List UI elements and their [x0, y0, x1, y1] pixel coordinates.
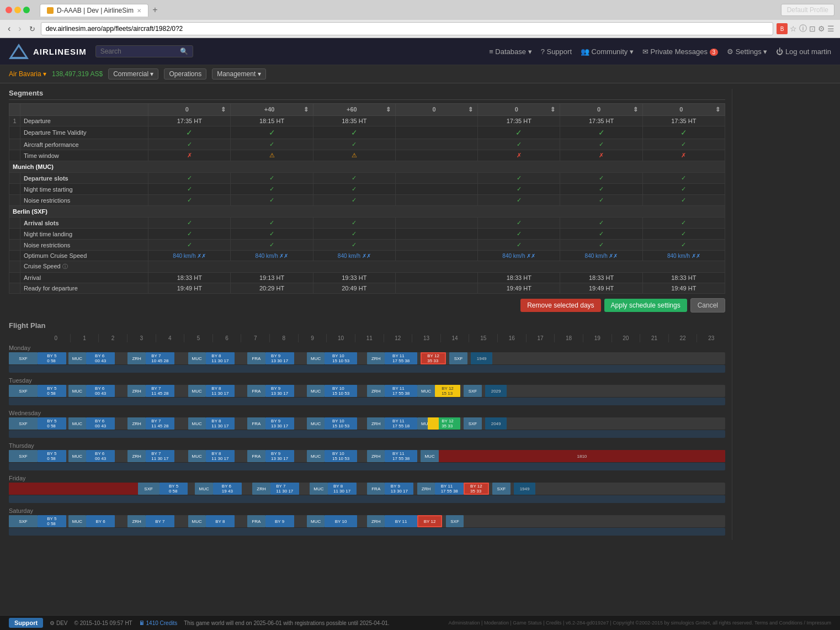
col-offset-60[interactable]: +60 ⇕: [313, 104, 395, 116]
nav-messages[interactable]: ✉ Private Messages 3: [642, 47, 718, 56]
apply-schedule-settings-btn[interactable]: Apply schedule settings: [604, 299, 687, 312]
menu-icon[interactable]: ☰: [827, 24, 834, 33]
info-icon[interactable]: ⓘ: [799, 24, 807, 34]
address-input[interactable]: [41, 22, 773, 35]
flight-block-muc2-sat[interactable]: MUC: [188, 515, 206, 527]
flight-block-sxf-sat[interactable]: SXF: [9, 515, 38, 527]
flight-block-sxf2-mon[interactable]: SXF: [449, 352, 467, 364]
search-input[interactable]: [100, 47, 178, 55]
flight-block-muc2-tue[interactable]: MUC: [188, 385, 206, 397]
flight-block-by10-sat[interactable]: BY 10: [325, 515, 357, 527]
flight-block-by8-wed[interactable]: BY 811 30 17: [206, 417, 235, 430]
cell[interactable]: 840 km/h ✗✗: [642, 251, 725, 261]
flight-block-by5-wed[interactable]: BY 50 58: [38, 417, 66, 430]
flight-block-by11-fri[interactable]: BY 1117 55 38: [435, 483, 464, 495]
flight-block-by12-wed[interactable]: BY 1235 33: [435, 417, 460, 430]
active-tab[interactable]: D-AAAB | Dev | AirlineSim ✕: [40, 4, 148, 17]
flight-block-by5-thu[interactable]: BY 50 58: [38, 450, 66, 462]
col-offset-0[interactable]: 0 ⇕: [148, 104, 231, 116]
flight-block-fra-wed[interactable]: FRA: [247, 417, 265, 430]
flight-block-zrh2-wed[interactable]: ZRH: [367, 417, 385, 430]
flight-block-yellow-wed[interactable]: [428, 417, 438, 430]
flight-block-red-fri[interactable]: [9, 483, 138, 495]
ext-icon[interactable]: ⚙: [818, 24, 825, 33]
flight-block-zrh-fri[interactable]: ZRH: [252, 483, 270, 495]
flight-block-sxf-fri[interactable]: SXF: [138, 483, 160, 495]
flight-block-by7-sat[interactable]: BY 7: [146, 515, 174, 527]
flight-block-by11-tue[interactable]: BY 1117 55 38: [385, 385, 417, 397]
flight-block-by7-thu[interactable]: BY 711 30 17: [146, 450, 174, 462]
flight-block-1949-fri[interactable]: 1949: [514, 483, 535, 495]
flight-block-by12-tue[interactable]: BY 1215 13: [435, 385, 460, 397]
flight-block-by9-mon[interactable]: BY 913 30 17: [265, 352, 294, 364]
flight-block-1949-mon[interactable]: 1949: [471, 352, 492, 364]
flight-block-by6-mon[interactable]: BY 600 43: [86, 352, 115, 364]
cell[interactable]: 840 km/h ✗✗: [231, 251, 313, 261]
flight-block-muc-tue[interactable]: MUC: [68, 385, 86, 397]
flight-block-by6-fri[interactable]: BY 619 43: [213, 483, 242, 495]
flight-block-by8-mon[interactable]: BY 811 30 17: [206, 352, 235, 364]
flight-block-by6-sat[interactable]: BY 6: [86, 515, 115, 527]
flight-block-by5-fri[interactable]: BY 50 58: [160, 483, 188, 495]
cell[interactable]: 840 km/h ✗✗: [148, 251, 231, 261]
airline-name[interactable]: Air Bavaria ▾: [9, 70, 46, 78]
bookmark-icon[interactable]: B: [777, 23, 788, 34]
flight-block-by9-wed[interactable]: BY 913 30 17: [265, 417, 294, 430]
flight-block-muc-mon[interactable]: MUC: [68, 352, 86, 364]
cell[interactable]: 840 km/h ✗✗: [560, 251, 642, 261]
flight-block-muc-sat[interactable]: MUC: [68, 515, 86, 527]
flight-block-fra-mon[interactable]: FRA: [247, 352, 265, 364]
flight-block-by11-mon[interactable]: BY 1117 55 38: [385, 352, 417, 364]
commercial-btn[interactable]: Commercial ▾: [108, 68, 158, 80]
flight-block-muc-thu[interactable]: MUC: [68, 450, 86, 462]
operations-btn[interactable]: Operations: [164, 68, 206, 80]
flight-block-sxf2-wed[interactable]: SXF: [464, 417, 481, 430]
nav-settings[interactable]: ⚙ Settings ▾: [727, 47, 767, 56]
flight-block-by6-wed[interactable]: BY 600 43: [86, 417, 115, 430]
nav-database[interactable]: ≡ Database ▾: [489, 47, 531, 56]
flight-block-by7-mon[interactable]: BY 710 45 28: [146, 352, 174, 364]
flight-block-by6-thu[interactable]: BY 600 43: [86, 450, 115, 462]
flight-block-muc-fri[interactable]: MUC: [195, 483, 212, 495]
flight-block-muc2-wed[interactable]: MUC: [188, 417, 206, 430]
flight-block-by11-thu[interactable]: BY 1117 55 38: [385, 450, 417, 462]
flight-block-zrh2-tue[interactable]: ZRH: [367, 385, 385, 397]
col-0c[interactable]: 0 ⇕: [560, 104, 642, 116]
flight-block-2049-wed[interactable]: 2049: [485, 417, 507, 430]
col-0b[interactable]: 0 ⇕: [478, 104, 560, 116]
flight-block-by12-sat[interactable]: BY 12: [417, 515, 442, 527]
flight-block-muc2-thu[interactable]: MUC: [188, 450, 206, 462]
flight-block-sxf2-tue[interactable]: SXF: [464, 385, 481, 397]
flight-block-by9-tue[interactable]: BY 913 30 17: [265, 385, 294, 397]
col-0d[interactable]: 0 ⇕: [642, 104, 725, 116]
flight-block-sxf2-sat[interactable]: SXF: [446, 515, 464, 527]
flight-block-by10-tue[interactable]: BY 1015 10 53: [325, 385, 357, 397]
flight-block-by7-fri[interactable]: BY 711 30 17: [270, 483, 299, 495]
flight-block-zrh-wed[interactable]: ZRH: [127, 417, 145, 430]
cancel-btn[interactable]: Cancel: [690, 298, 725, 313]
flight-block-muc3-thu[interactable]: MUC: [307, 450, 325, 462]
search-icon[interactable]: 🔍: [180, 47, 188, 55]
flight-block-by6-tue[interactable]: BY 600 43: [86, 385, 115, 397]
flight-block-muc2-mon[interactable]: MUC: [188, 352, 206, 364]
flight-block-by7-tue[interactable]: BY 711 45 28: [146, 385, 174, 397]
back-btn[interactable]: ‹: [6, 24, 13, 34]
flight-block-fra-tue[interactable]: FRA: [247, 385, 265, 397]
flight-block-zrh-tue[interactable]: ZRH: [127, 385, 145, 397]
forward-btn[interactable]: ›: [16, 24, 23, 34]
flight-block-sxf-mon[interactable]: SXF: [9, 352, 38, 364]
flight-block-muc3-mon[interactable]: MUC: [307, 352, 325, 364]
star-icon[interactable]: ☆: [790, 24, 797, 33]
flight-block-red-rest-thu[interactable]: 1810: [439, 450, 725, 462]
flight-block-by10-wed[interactable]: BY 1015 10 53: [325, 417, 357, 430]
remove-selected-days-btn[interactable]: Remove selected days: [520, 299, 600, 312]
flight-block-fra-fri[interactable]: FRA: [367, 483, 385, 495]
nav-support[interactable]: ? Support: [541, 47, 572, 56]
flight-block-by12-fri[interactable]: BY 1235 33: [464, 483, 488, 495]
flight-block-muc-wed[interactable]: MUC: [68, 417, 86, 430]
flight-block-muc3-wed[interactable]: MUC: [307, 417, 325, 430]
flight-block-by12-mon[interactable]: BY 1235 33: [421, 352, 445, 364]
flight-block-by8-thu[interactable]: BY 811 30 17: [206, 450, 235, 462]
cell[interactable]: 840 km/h ✗✗: [478, 251, 560, 261]
new-tab-btn[interactable]: +: [148, 3, 162, 17]
